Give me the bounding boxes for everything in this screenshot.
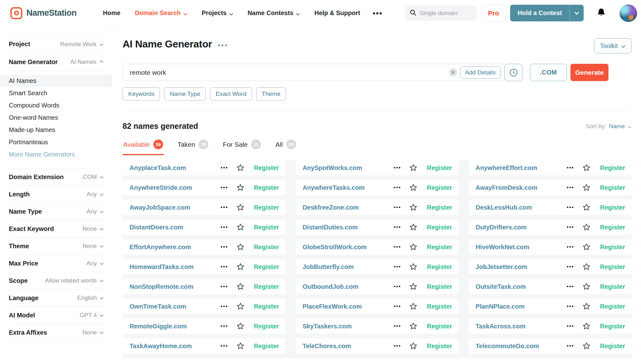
favorite-star-icon[interactable] [409,164,417,172]
favorite-star-icon[interactable] [582,263,591,271]
row-more-icon[interactable]: ••• [567,184,574,191]
filter-max-price[interactable]: Max PriceAny [9,255,104,272]
register-link[interactable]: Register [427,244,452,251]
register-link[interactable]: Register [254,283,279,290]
favorite-star-icon[interactable] [236,342,245,350]
row-more-icon[interactable]: ••• [567,283,574,290]
favorite-star-icon[interactable] [236,282,245,291]
filter-scope[interactable]: ScopeAllow related words [9,272,104,289]
query-input[interactable] [123,64,505,81]
row-more-icon[interactable]: ••• [221,343,228,349]
favorite-star-icon[interactable] [582,322,591,330]
domain-name-link[interactable]: TaskAcross.com [476,323,567,330]
domain-name-link[interactable]: TelecommuteGo.com [476,343,567,350]
row-more-icon[interactable]: ••• [567,204,574,211]
row-more-icon[interactable]: ••• [221,303,228,310]
nav-item-help-support[interactable]: Help & Support [314,9,360,17]
domain-name-link[interactable]: JobButterfly.com [303,263,394,271]
domain-name-link[interactable]: AnywhereEffort.com [476,164,567,172]
clear-query-icon[interactable] [449,68,457,77]
register-link[interactable]: Register [254,303,279,310]
domain-name-link[interactable]: PlaceFlexWork.com [303,303,394,310]
favorite-star-icon[interactable] [236,322,245,330]
favorite-star-icon[interactable] [582,243,591,251]
row-more-icon[interactable]: ••• [221,283,228,290]
nav-item-name-contests[interactable]: Name Contests [248,9,300,17]
register-link[interactable]: Register [254,164,279,172]
register-link[interactable]: Register [600,323,625,330]
domain-name-link[interactable]: EffortAnywhere.com [129,244,221,251]
register-link[interactable]: Register [427,204,452,211]
register-link[interactable]: Register [427,164,452,172]
row-more-icon[interactable]: ••• [394,204,401,211]
register-link[interactable]: Register [600,244,625,251]
favorite-star-icon[interactable] [409,184,417,192]
nav-item-projects[interactable]: Projects [202,9,233,17]
row-more-icon[interactable]: ••• [394,303,401,310]
row-more-icon[interactable]: ••• [221,204,228,211]
domain-name-link[interactable]: GlobeStrollWork.com [303,244,394,251]
domain-name-link[interactable]: RemoteGiggle.com [129,323,221,330]
favorite-star-icon[interactable] [409,302,417,310]
chip-name-type[interactable]: Name Type [164,87,206,101]
favorite-star-icon[interactable] [582,282,591,291]
project-selector[interactable]: Project Remote Work [9,35,104,53]
filter-theme[interactable]: ThemeNone [9,238,104,255]
row-more-icon[interactable]: ••• [567,165,574,171]
row-more-icon[interactable]: ••• [394,244,401,250]
filter-length[interactable]: LengthAny [9,186,104,203]
row-more-icon[interactable]: ••• [567,303,574,310]
history-clock-button[interactable] [504,64,522,81]
nav-more-button[interactable]: ••• [373,9,383,18]
domain-name-link[interactable]: HomewardTasks.com [129,263,221,271]
generate-button[interactable]: Generate [570,64,608,81]
hold-contest-dropdown-button[interactable] [570,5,584,21]
filter-exact-keyword[interactable]: Exact KeywordNone [9,220,104,238]
chip-exact-word[interactable]: Exact Word [210,87,252,101]
favorite-star-icon[interactable] [409,322,417,330]
single-domain-search[interactable] [405,6,477,21]
row-more-icon[interactable]: ••• [394,283,401,290]
register-link[interactable]: Register [600,283,625,290]
add-details-button[interactable]: Add Details [460,66,501,79]
register-link[interactable]: Register [600,204,625,211]
sidebar-item-made-up-names[interactable]: Made-up Names [0,124,112,136]
domain-name-link[interactable]: AnySpotWorks.com [303,164,394,172]
favorite-star-icon[interactable] [582,223,591,231]
register-link[interactable]: Register [427,323,452,330]
user-avatar[interactable] [619,4,637,22]
row-more-icon[interactable]: ••• [221,244,228,250]
domain-name-link[interactable]: TeleChores.com [303,343,394,350]
register-link[interactable]: Register [600,184,625,191]
sidebar-item-more-name-generators[interactable]: More Name Generators [0,148,112,161]
row-more-icon[interactable]: ••• [221,165,228,171]
domain-name-link[interactable]: DistantDuties.com [303,224,394,231]
domain-name-link[interactable]: AwayJobSpace.com [129,204,221,211]
filter-ai-model[interactable]: AI ModelGPT 4 [9,307,104,324]
domain-name-link[interactable]: TaskAwayHome.com [129,343,221,350]
sidebar-item-compound-words[interactable]: Compound Words [0,99,112,112]
sidebar-item-ai-names[interactable]: AI Names [0,75,112,87]
favorite-star-icon[interactable] [236,223,245,231]
favorite-star-icon[interactable] [236,263,245,271]
sidebar-item-one-word-names[interactable]: One-word Names [0,112,112,124]
sort-control[interactable]: Sort by: Name [586,123,631,130]
domain-name-link[interactable]: JobJetsetter.com [476,263,567,271]
register-link[interactable]: Register [600,224,625,231]
favorite-star-icon[interactable] [409,263,417,271]
domain-name-link[interactable]: PlanNPlace.com [476,303,567,310]
domain-name-link[interactable]: AnywhereStride.com [129,184,221,191]
domain-name-link[interactable]: DeskLessHub.com [476,204,567,211]
name-generator-selector[interactable]: Name Generator AI Names [9,53,104,71]
row-more-icon[interactable]: ••• [567,264,574,270]
favorite-star-icon[interactable] [582,203,591,211]
domain-name-link[interactable]: OutboundJob.com [303,283,394,290]
register-link[interactable]: Register [254,204,279,211]
domain-name-link[interactable]: OutsiteTask.com [476,283,567,290]
register-link[interactable]: Register [427,224,452,231]
domain-name-link[interactable]: NonStopRemote.com [129,283,221,290]
register-link[interactable]: Register [427,184,452,191]
row-more-icon[interactable]: ••• [221,224,228,230]
row-more-icon[interactable]: ••• [394,184,401,191]
favorite-star-icon[interactable] [582,302,591,310]
